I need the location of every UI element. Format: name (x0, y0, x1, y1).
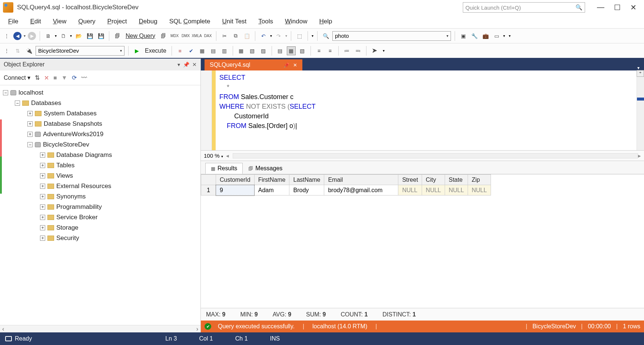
tb-icon-2[interactable]: ▧ (248, 46, 257, 55)
tree-item[interactable]: Views (56, 172, 73, 180)
menu-tools[interactable]: Tools (253, 16, 278, 27)
menu-unit-test[interactable]: Unit Test (217, 16, 252, 27)
maximize-button[interactable]: ☐ (614, 3, 621, 12)
disconnect2-icon[interactable]: ⤫ (44, 74, 49, 81)
mdx-button[interactable]: MDX (170, 32, 179, 40)
scroll-left-icon[interactable]: ◂ (226, 152, 229, 159)
activity-button[interactable]: ⬚ (295, 32, 304, 40)
new-file-button[interactable]: 🗋 (59, 32, 68, 40)
tree-item[interactable]: Synonyms (56, 193, 86, 200)
search-combo[interactable]: photo ▾ (332, 31, 451, 41)
pulse-icon[interactable]: 〰 (81, 75, 87, 81)
tb-icon-6[interactable]: ▧ (298, 46, 307, 55)
new-project-button[interactable]: 🗎 (44, 32, 53, 40)
filter-icon[interactable]: ▼ (62, 75, 67, 81)
comment-button[interactable]: ≔ (342, 46, 351, 55)
tb-icon-4[interactable]: ▤ (276, 46, 285, 55)
stop-icon[interactable]: ■ (53, 75, 57, 81)
expand-icon[interactable]: + (40, 236, 45, 241)
menu-project[interactable]: Project (102, 16, 132, 27)
toolbox-icon[interactable]: 💼 (481, 32, 490, 40)
menu-edit[interactable]: Edit (25, 16, 46, 27)
menu-help[interactable]: Help (314, 16, 338, 27)
code-content[interactable]: SELECT * FROM Sales.Customer c WHERE NOT… (216, 70, 637, 150)
outdent-button[interactable]: ≡ (326, 46, 335, 55)
menu-query[interactable]: Query (73, 16, 100, 27)
col-header[interactable]: Email (324, 175, 398, 185)
zoom-combo[interactable]: 100 %▾ (204, 152, 223, 159)
copy-button[interactable]: ⧉ (231, 32, 240, 40)
paste-button[interactable]: 📋 (242, 32, 251, 40)
close-icon[interactable]: ✕ (293, 62, 297, 68)
cell[interactable]: 9 (216, 185, 255, 196)
col-header[interactable]: Zip (468, 175, 491, 185)
db-query-button[interactable]: 🗐 (159, 32, 168, 40)
tree-item[interactable]: Programmability (56, 203, 102, 211)
col-header[interactable]: City (422, 175, 445, 185)
tab-results[interactable]: ▦ Results (205, 163, 243, 174)
expand-icon[interactable]: + (40, 163, 45, 168)
dropdown-icon[interactable]: ▾ (177, 62, 180, 68)
connect-icon[interactable]: ⇅ (13, 46, 22, 55)
tree-item[interactable]: System Databases (44, 110, 97, 117)
expand-icon[interactable]: + (27, 132, 33, 137)
undo-button[interactable]: ↶ (259, 32, 268, 40)
col-header[interactable]: CustomerId (216, 175, 255, 185)
cell[interactable]: Adam (254, 185, 289, 196)
col-header[interactable]: LastName (289, 175, 324, 185)
wrench-icon[interactable]: 🔧 (470, 32, 479, 40)
display-plan-button[interactable]: ▦ (198, 46, 207, 55)
disconnect-icon[interactable]: ⇅ (35, 74, 40, 81)
tab-messages[interactable]: 🗐 Messages (243, 163, 288, 174)
vertical-scrollbar[interactable]: ▲ (637, 70, 644, 150)
tree-item[interactable]: External Resources (56, 183, 111, 190)
expand-icon[interactable]: + (40, 194, 45, 199)
new-query-button[interactable]: New Query (124, 33, 157, 39)
tree-item[interactable]: Service Broker (56, 214, 97, 221)
cell[interactable]: NULL (398, 185, 422, 196)
document-tab-active[interactable]: SQLQuery4.sql 📌 ✕ (205, 59, 302, 70)
expand-icon[interactable]: + (40, 204, 45, 210)
cell[interactable]: NULL (468, 185, 491, 196)
expand-icon[interactable]: + (40, 225, 45, 230)
nav-back-button[interactable]: ◀ (13, 32, 21, 40)
database-combo[interactable]: BicycleStoreDev ▾ (36, 46, 125, 56)
menu-debug[interactable]: Debug (134, 16, 163, 27)
expand-icon[interactable]: + (27, 111, 33, 116)
parse-button[interactable]: ✔ (187, 46, 196, 55)
cell[interactable]: NULL (422, 185, 445, 196)
tree-databases[interactable]: Databases (31, 99, 61, 107)
pin-icon[interactable]: 📌 (183, 62, 189, 68)
tree-item[interactable]: Security (56, 234, 79, 242)
menu-sql-complete[interactable]: SQL Complete (164, 16, 216, 27)
xmla-button[interactable]: XMLA (192, 32, 201, 40)
expand-icon[interactable]: + (40, 215, 45, 220)
results-grid-button[interactable]: ▥ (220, 46, 229, 55)
dmx-button[interactable]: DMX (181, 32, 190, 40)
tree-item[interactable]: AdventureWorks2019 (43, 131, 103, 138)
save-button[interactable]: 💾 (85, 32, 94, 40)
menu-window[interactable]: Window (280, 16, 312, 27)
expand-icon[interactable]: + (40, 152, 45, 158)
row-number[interactable]: 1 (201, 185, 216, 196)
indent-button[interactable]: ≡ (315, 46, 323, 55)
save-all-button[interactable]: 💾 (96, 32, 105, 40)
results-grid-wrap[interactable]: CustomerId FirstName LastName Email Stre… (201, 174, 644, 308)
tree-item[interactable]: Storage (56, 224, 79, 231)
menu-file[interactable]: File (3, 16, 23, 27)
object-tree[interactable]: −localhost −Databases +System Databases … (0, 85, 200, 325)
close-icon[interactable]: ✕ (192, 62, 197, 68)
minimize-button[interactable]: — (597, 3, 604, 12)
cell[interactable]: brody78@gmail.com (324, 185, 398, 196)
uncomment-button[interactable]: ≕ (353, 46, 362, 55)
tree-item[interactable]: BicycleStoreDev (43, 141, 89, 148)
dax-button[interactable]: DAX (203, 32, 212, 40)
execute-icon[interactable]: ▶ (132, 46, 141, 55)
tb-icon-7[interactable]: ⮞ (370, 46, 379, 55)
cell[interactable]: NULL (445, 185, 468, 196)
tree-server[interactable]: localhost (19, 89, 43, 96)
expand-icon[interactable]: + (27, 121, 33, 126)
change-connection-icon[interactable]: 🔌 (24, 46, 33, 55)
tab-overflow-button[interactable]: ▾ (633, 65, 644, 70)
quick-launch-input[interactable]: Quick Launch (Ctrl+Q) 🔍 (463, 2, 585, 13)
